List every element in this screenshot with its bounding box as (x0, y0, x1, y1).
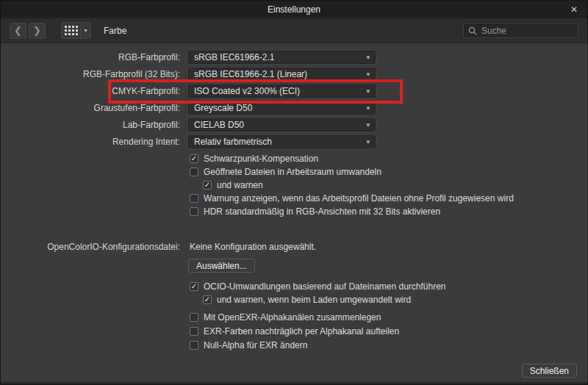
ocio-warn-label: und warnen, wenn beim Laden umgewandelt … (217, 295, 411, 305)
cmyk-profile-select[interactable]: ISO Coated v2 300% (ECI) ▾ (188, 84, 376, 98)
ocio-convert-label: OCIO-Umwandlungen basierend auf Dateinam… (204, 281, 446, 292)
warn-convert-checkbox[interactable]: ✓ (203, 181, 212, 190)
ocio-convert-checkbox[interactable]: ✓ (190, 282, 198, 291)
dialog-title: Einstellungen (268, 4, 320, 15)
rgb32-profile-select[interactable]: sRGB IEC61966-2.1 (Linear) ▾ (188, 68, 376, 81)
grayscale-profile-value: Greyscale D50 (194, 103, 252, 113)
lab-profile-label: Lab-Farbprofil: (1, 120, 184, 130)
search-placeholder: Suche (481, 26, 506, 36)
checkbox-row-warn-convert: ✓ und warnen (1, 179, 587, 192)
openexr-merge-label: Mit OpenEXR-Alphakanälen zusammenlegen (204, 312, 381, 323)
openexr-merge-checkbox[interactable] (190, 313, 198, 322)
hdr-default-label: HDR standardmäßig in RGB-Ansichten mit 3… (204, 206, 440, 217)
checkbox-row-hdr-default: HDR standardmäßig in RGB-Ansichten mit 3… (1, 205, 587, 218)
checkbox-row-exr-divide: EXR-Farben nachträglich per Alphakanal a… (1, 325, 587, 338)
chevron-down-icon: ▾ (366, 71, 370, 78)
checkmark-icon: ✓ (204, 296, 210, 303)
chevron-right-icon: ❯ (33, 25, 41, 36)
lab-profile-select[interactable]: CIELAB D50 ▾ (188, 118, 376, 132)
lab-profile-value: CIELAB D50 (194, 120, 244, 130)
form-row-lab: Lab-Farbprofil: CIELAB D50 ▾ (1, 118, 587, 132)
checkmark-icon: ✓ (191, 283, 197, 290)
current-section-label: Farbe (104, 26, 126, 36)
cmyk-profile-label: CMYK-Farbprofil: (1, 86, 184, 96)
checkmark-icon: ✓ (204, 181, 210, 189)
checkbox-row-ocio-convert: ✓ OCIO-Umwandlungen basierend auf Datein… (1, 280, 587, 293)
grayscale-profile-label: Graustufen-Farbprofil: (1, 103, 184, 113)
form-row-grayscale: Graustufen-Farbprofil: Greyscale D50 ▾ (1, 101, 587, 115)
chevron-down-icon: ▾ (366, 139, 370, 145)
close-dialog-button[interactable]: Schließen (522, 364, 577, 378)
sections-split-button: ▾ (61, 22, 91, 39)
ocio-warn-checkbox[interactable]: ✓ (203, 295, 212, 304)
checkbox-row-openexr-merge: Mit OpenEXR-Alphakanälen zusammenlegen (1, 311, 587, 324)
exr-divide-checkbox[interactable] (190, 327, 198, 336)
ocio-config-row: OpenColorIO-Konfigurationsdatei: Keine K… (1, 241, 587, 253)
grid-icon (65, 26, 78, 35)
hdr-default-checkbox[interactable] (190, 207, 198, 216)
convert-opened-checkbox[interactable] (190, 168, 198, 176)
checkbox-row-convert-opened: Geöffnete Dateien in Arbeitsraum umwande… (1, 165, 587, 179)
black-point-checkbox[interactable]: ✓ (190, 154, 198, 163)
black-point-label: Schwarzpunkt-Kompensation (204, 154, 318, 164)
checkbox-row-ocio-warn: ✓ und warnen, wenn beim Laden umgewandel… (1, 293, 587, 306)
rendering-intent-label: Rendering Intent: (1, 137, 184, 147)
forward-button[interactable]: ❯ (29, 23, 46, 39)
form-row-rgb32: RGB-Farbprofil (32 Bits): sRGB IEC61966-… (1, 68, 587, 81)
rgb-profile-select[interactable]: sRGB IEC61966-2.1 ▾ (188, 51, 376, 64)
sections-dropdown-button[interactable]: ▾ (81, 22, 91, 39)
cmyk-profile-value: ISO Coated v2 300% (ECI) (194, 86, 300, 96)
warn-convert-label: und warnen (217, 180, 263, 190)
checkbox-row-black-point: ✓ Schwarzpunkt-Kompensation (1, 152, 587, 165)
checkbox-row-null-alpha: Null-Alpha für EXR ändern (1, 339, 587, 352)
sections-grid-button[interactable] (61, 22, 81, 39)
rgb32-profile-value: sRGB IEC61966-2.1 (Linear) (194, 69, 307, 79)
ocio-config-status: Keine Konfiguration ausgewählt. (188, 242, 316, 252)
rendering-intent-select[interactable]: Relativ farbmetrisch ▾ (188, 135, 376, 148)
close-icon[interactable]: ✕ (565, 1, 583, 18)
chevron-down-icon: ▾ (366, 88, 370, 95)
search-icon (468, 26, 477, 35)
toolbar: ❮ ❯ ▾ Farbe Suche (1, 18, 587, 43)
rgb-profile-value: sRGB IEC61966-2.1 (194, 52, 274, 62)
grayscale-profile-select[interactable]: Greyscale D50 ▾ (188, 101, 376, 115)
ocio-checkbox-group: ✓ OCIO-Umwandlungen basierend auf Datein… (1, 280, 587, 352)
chevron-down-icon: ▾ (366, 122, 370, 129)
warn-assign-checkbox[interactable] (190, 194, 198, 203)
checkmark-icon: ✓ (191, 155, 197, 162)
choose-config-button[interactable]: Auswählen... (188, 259, 255, 273)
ocio-choose-row: Auswählen... (1, 259, 587, 273)
back-button[interactable]: ❮ (10, 23, 26, 39)
color-checkbox-group: ✓ Schwarzpunkt-Kompensation Geöffnete Da… (1, 152, 587, 218)
rgb32-profile-label: RGB-Farbprofil (32 Bits): (1, 69, 184, 79)
ocio-config-label: OpenColorIO-Konfigurationsdatei: (1, 242, 184, 252)
rgb-profile-label: RGB-Farbprofil: (1, 52, 184, 62)
form-row-cmyk: CMYK-Farbprofil: ISO Coated v2 300% (ECI… (1, 84, 587, 98)
warn-assign-label: Warnung anzeigen, wenn das Arbeitsprofil… (204, 193, 514, 204)
settings-content: RGB-Farbprofil: sRGB IEC61966-2.1 ▾ RGB-… (1, 43, 587, 352)
title-bar: Einstellungen ✕ (1, 1, 587, 18)
exr-divide-label: EXR-Farben nachträglich per Alphakanal a… (204, 326, 399, 337)
null-alpha-checkbox[interactable] (190, 341, 198, 350)
chevron-down-icon: ▾ (84, 27, 87, 34)
convert-opened-label: Geöffnete Dateien in Arbeitsraum umwande… (204, 167, 381, 177)
form-row-rgb: RGB-Farbprofil: sRGB IEC61966-2.1 ▾ (1, 51, 587, 64)
form-row-rendering-intent: Rendering Intent: Relativ farbmetrisch ▾ (1, 135, 587, 148)
chevron-down-icon: ▾ (366, 54, 370, 61)
search-input[interactable]: Suche (463, 23, 578, 38)
chevron-left-icon: ❮ (14, 25, 22, 36)
chevron-down-icon: ▾ (366, 105, 370, 112)
settings-dialog: Einstellungen ✕ ❮ ❯ ▾ Farbe Suche RGB-Fa… (0, 0, 588, 385)
checkbox-row-warn-assign: Warnung anzeigen, wenn das Arbeitsprofil… (1, 192, 587, 205)
null-alpha-label: Null-Alpha für EXR ändern (204, 340, 307, 350)
rendering-intent-value: Relativ farbmetrisch (194, 137, 272, 147)
